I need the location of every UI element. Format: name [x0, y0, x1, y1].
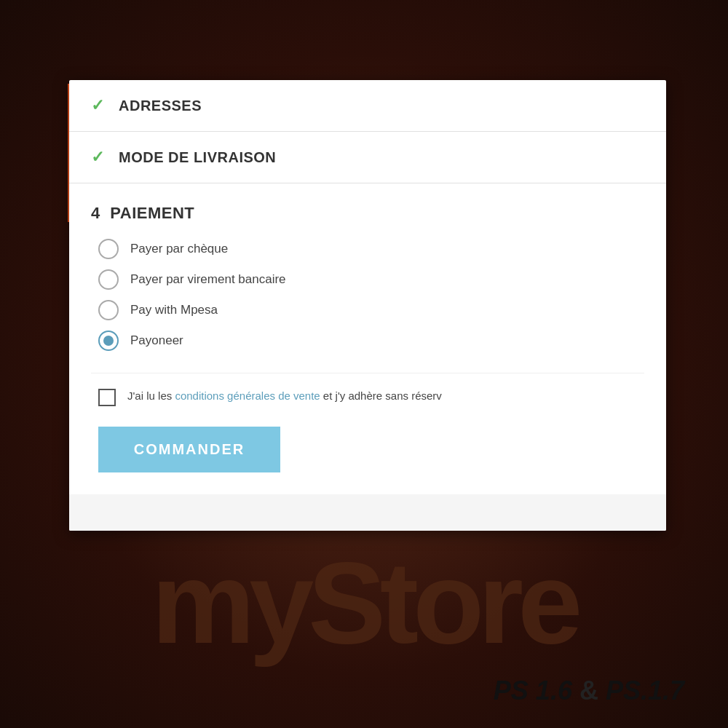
livraison-title: MODE DE LIVRAISON	[119, 149, 276, 166]
payment-option-virement[interactable]: Payer par virement bancaire	[98, 269, 644, 290]
checkout-card: ✓ ADRESSES ✓ MODE DE LIVRAISON 4 PAIEMEN…	[69, 80, 666, 531]
label-cheque: Payer par chèque	[130, 242, 228, 256]
payment-section: 4 PAIEMENT Payer par chèque Payer par vi…	[69, 183, 666, 494]
livraison-check-icon: ✓	[91, 148, 104, 167]
radio-cheque[interactable]	[98, 239, 119, 259]
radio-selected-dot	[103, 336, 114, 346]
ps-version-text: PS 1.6	[494, 676, 572, 705]
ps-version-separator: &	[579, 676, 606, 705]
terms-link[interactable]: conditions générales de vente	[175, 389, 320, 402]
adresses-check-icon: ✓	[91, 96, 104, 115]
commander-button[interactable]: COMMANDER	[98, 427, 280, 472]
payment-option-payoneer[interactable]: Payoneer	[98, 331, 644, 351]
ps-version-text2: PS.1.7	[606, 676, 684, 705]
payment-option-mpesa[interactable]: Pay with Mpesa	[98, 300, 644, 320]
label-virement: Payer par virement bancaire	[130, 272, 286, 287]
radio-mpesa[interactable]	[98, 300, 119, 320]
payment-step-number: 4	[91, 204, 100, 223]
payment-options-list: Payer par chèque Payer par virement banc…	[91, 239, 644, 351]
radio-virement[interactable]	[98, 269, 119, 290]
commander-btn-row: COMMANDER	[91, 427, 644, 494]
terms-row: J'ai lu les conditions générales de vent…	[91, 373, 644, 427]
card-footer	[69, 494, 666, 531]
ps-version-label: PS 1.6 & PS.1.7	[494, 676, 684, 706]
adresses-section: ✓ ADRESSES	[69, 80, 666, 132]
payment-header: 4 PAIEMENT	[91, 204, 644, 223]
terms-text-before: J'ai lu les	[127, 389, 175, 402]
terms-text-after: et j'y adhère sans réserv	[320, 389, 442, 402]
terms-checkbox[interactable]	[98, 389, 116, 406]
livraison-section: ✓ MODE DE LIVRAISON	[69, 132, 666, 183]
payment-title: PAIEMENT	[110, 204, 194, 223]
radio-payoneer[interactable]	[98, 331, 119, 351]
payment-option-cheque[interactable]: Payer par chèque	[98, 239, 644, 259]
label-mpesa: Pay with Mpesa	[130, 303, 218, 317]
terms-text: J'ai lu les conditions générales de vent…	[127, 388, 442, 405]
adresses-title: ADRESSES	[119, 98, 202, 114]
background-logo: myStore	[151, 536, 577, 670]
label-payoneer: Payoneer	[130, 333, 183, 348]
